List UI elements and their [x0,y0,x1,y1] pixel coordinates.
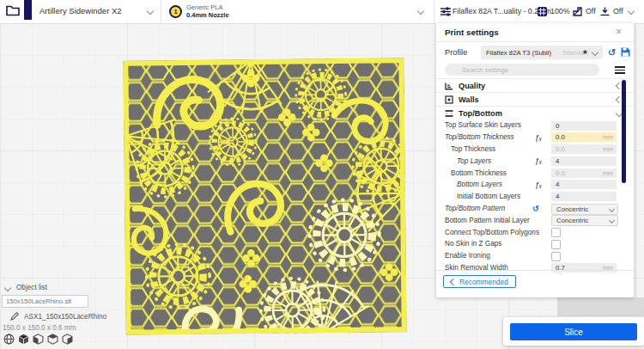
setting-value: 4 [556,181,559,188]
view-top-icon[interactable] [47,334,58,345]
setting-row-initial-bottom-layers[interactable]: Initial Bottom Layers4 [436,191,634,203]
profile-reset-icon[interactable]: ↺ [608,47,616,58]
settings-menu-icon[interactable] [615,66,625,74]
quality-icon [445,82,453,90]
setting-label: Connect Top/Bottom Polygons [436,229,539,236]
setting-value-field[interactable]: 0.7mm [551,263,617,272]
pencil-icon [10,312,19,321]
setting-row-connect-top-bottom-polygons[interactable]: Connect Top/Bottom Polygons [436,226,634,238]
printer-name: Artillery Sidewinder X2 [39,6,122,15]
object-list-label: Object list [16,284,47,291]
setting-unit: mm [603,132,613,142]
section-label: Quality [459,82,485,90]
view-front-solid-icon[interactable] [18,334,29,345]
chevron-down-icon [592,49,598,56]
setting-row-top-thickness[interactable]: Top Thickness0.0mm [436,144,634,156]
chevron-down-icon [147,8,154,15]
infill-icon [538,7,547,16]
setting-row-bottom-thickness[interactable]: Bottom Thickness0.0mm [436,167,634,179]
profile-dropdown[interactable]: Filaflex 82A T3 (Subli) Standard Quality… [481,46,603,59]
setting-label: Enable Ironing [436,252,490,260]
view-front-icon[interactable] [33,334,44,345]
setting-value-field[interactable]: 0.0mm [551,168,617,178]
object-list-header[interactable]: Object list [5,284,47,291]
view-3d-icon[interactable] [3,334,15,345]
star-icon: ★ [582,48,588,56]
panel-scrollbar[interactable] [622,80,626,183]
setting-row-bottom-layers[interactable]: Bottom Layersƒₓ4 [436,179,634,191]
setting-row-top-layers[interactable]: Top Layersƒₓ4 [436,155,634,167]
save-profile-icon[interactable] [621,47,630,57]
summary-infill: 100% [550,7,570,15]
setting-row-top-bottom-thickness[interactable]: Top/Bottom Thicknessƒₓ0.0mm [436,132,634,144]
chevron-down-icon [609,217,615,223]
setting-label: Bottom Thickness [436,169,507,177]
summary-support: Off [586,7,596,15]
printer-selector[interactable]: Artillery Sidewinder X2 [33,0,160,23]
chevron-down-icon [609,206,615,212]
recommended-mode-button[interactable]: Recommended [443,275,516,288]
setting-value-field[interactable]: 4 [551,180,617,189]
setting-value: Concentric [556,205,588,213]
setting-value: 0.0 [556,133,565,141]
setting-checkbox[interactable] [551,228,561,237]
search-input[interactable] [445,64,599,76]
chevron-down-icon [628,8,635,15]
stage-marker [24,0,32,20]
setting-value: 4 [556,157,559,165]
section-walls[interactable]: Walls [436,92,634,106]
setting-label: Top Thickness [436,145,495,153]
section-label: Top/Bottom [459,109,502,118]
setting-label: Top/Bottom Pattern [436,205,505,212]
section-top-bottom[interactable]: Top/Bottom [436,106,634,119]
close-icon[interactable]: × [611,25,627,39]
setting-value: Concentric [556,217,588,224]
print-settings-panel: Print settings × Profile Filaflex 82A T3… [436,23,634,297]
print-estimate-placeholder [557,297,644,316]
setting-label: No Skin in Z Gaps [436,240,501,248]
setting-value-field[interactable]: 4 [551,192,617,201]
folder-icon [6,4,20,16]
setting-row-enable-ironing[interactable]: Enable Ironing [436,250,634,262]
setting-row-no-skin-in-z-gaps[interactable]: No Skin in Z Gaps [436,238,634,250]
object-file-name-field[interactable] [2,295,88,308]
walls-icon [445,95,453,104]
setting-value-field[interactable]: 0.0mm [551,144,617,154]
setting-dropdown[interactable]: Concentric [551,215,618,226]
setting-value-field[interactable]: 4 [551,156,617,166]
setting-value: 0 [556,122,559,130]
setting-row-bottom-pattern-initial-layer[interactable]: Bottom Pattern Initial LayerConcentric [436,214,634,226]
profile-row: Profile Filaflex 82A T3 (Subli) Standard… [436,43,634,62]
setting-dropdown[interactable]: Concentric [551,204,618,215]
chevron-down-icon [4,284,11,291]
slice-button[interactable]: Slice [510,323,637,340]
reset-setting-icon[interactable]: ↺ [532,204,539,213]
setting-label: Top/Bottom Thickness [436,133,514,141]
model-3d-lace[interactable] [123,58,406,334]
setting-checkbox[interactable] [551,252,561,261]
mesh-name-row[interactable]: ASX1_150x150LaceRhino [10,312,106,321]
mesh-name: ASX1_150x150LaceRhino [24,313,106,321]
view-side-icon[interactable] [62,334,73,345]
setting-value-field[interactable]: 0 [551,121,617,131]
formula-fx-icon: ƒₓ [535,133,542,142]
setting-label: Top Layers [436,157,491,165]
material-selector[interactable]: 1 Generic PLA 0.4mm Nozzle [161,0,434,23]
setting-unit: mm [603,263,613,272]
settings-list: QualityWallsTop/BottomTop Surface Skin L… [436,78,634,273]
summary-profile: Filaflex 82A T...uality - 0.2mm [453,7,551,15]
section-quality[interactable]: Quality [436,78,634,92]
setting-row-skin-removal-width[interactable]: Skin Removal Width0.7mm [436,262,634,274]
open-file-button[interactable] [4,3,21,20]
setting-checkbox[interactable] [551,240,561,249]
formula-fx-icon: ƒₓ [535,156,542,165]
setting-value-field[interactable]: 0.0mm [551,132,617,142]
support-icon [573,7,582,16]
setting-label: Bottom Pattern Initial Layer [436,217,530,224]
cura-app-window: Artillery Sidewinder X2 1 Generic PLA 0.… [0,0,644,349]
setting-row-top-surface-skin-layers[interactable]: Top Surface Skin Layers0 [436,119,634,132]
setting-row-top-bottom-pattern[interactable]: Top/Bottom Pattern↺Concentric [436,203,634,215]
slice-card: Slice [503,317,644,346]
print-setup-summary[interactable]: Filaflex 82A T...uality - 0.2mm 100% Off… [434,0,644,23]
setting-value: 4 [556,193,559,200]
